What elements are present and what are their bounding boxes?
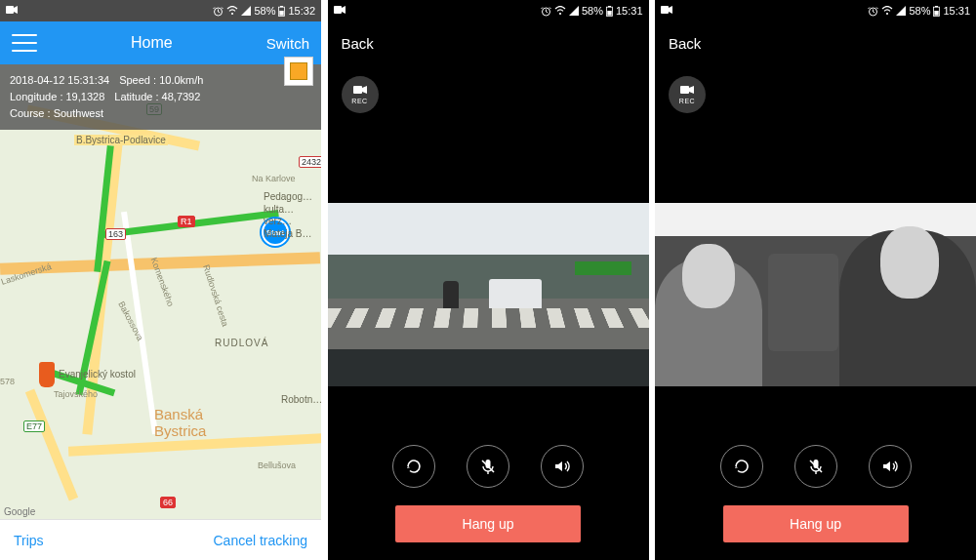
video-feed-front[interactable]	[328, 203, 649, 386]
android-status-bar: 58% 15:32	[0, 0, 321, 21]
label-pedagog: Pedagog… kulta… verz… Mateja B…	[264, 191, 312, 240]
wifi-icon	[881, 6, 893, 16]
info-speed: 10.0km/h	[159, 74, 203, 86]
signal-icon	[896, 6, 906, 16]
map-layers-button[interactable]	[284, 57, 313, 86]
battery-pct: 58%	[582, 5, 603, 17]
status-time: 15:31	[616, 5, 643, 17]
video-header: Back	[655, 21, 976, 64]
bottom-toolbar: Trips Cancel tracking	[0, 519, 321, 560]
label-rudlovska: Rudlovská cesta	[201, 263, 230, 328]
status-time: 15:31	[943, 5, 970, 17]
call-controls	[328, 445, 649, 488]
map-screen: 58% 15:32 Home Switch Start 163 R1 59 E7…	[0, 0, 321, 560]
road-shield-r1: R1	[178, 216, 195, 227]
label-city: Banská Bystrica	[154, 406, 206, 439]
video-screen-interior: 58% 15:31 Back REC Hang up	[655, 0, 976, 560]
label-tajovskeho: Tajovského	[54, 389, 98, 399]
wifi-icon	[226, 6, 238, 16]
mic-mute-button[interactable]	[794, 445, 837, 488]
svg-rect-12	[353, 86, 362, 94]
google-attribution: Google	[4, 506, 35, 517]
status-time: 15:32	[288, 5, 315, 17]
speaker-button[interactable]	[541, 445, 584, 488]
camcorder-icon	[334, 5, 346, 17]
video-header: Back	[328, 21, 649, 64]
label-bellusova: Bellušova	[258, 460, 296, 470]
battery-pct: 58%	[254, 5, 275, 17]
refresh-button[interactable]	[392, 445, 435, 488]
svg-rect-11	[607, 11, 611, 16]
page-title: Home	[131, 34, 173, 52]
trips-button[interactable]: Trips	[14, 533, 44, 548]
rec-label: REC	[351, 98, 367, 104]
camera-icon	[353, 85, 367, 97]
svg-rect-19	[935, 11, 939, 16]
svg-point-16	[886, 13, 888, 15]
car-marker[interactable]	[39, 362, 55, 387]
svg-point-8	[559, 13, 561, 15]
wifi-icon	[554, 6, 566, 16]
hang-up-button[interactable]: Hang up	[723, 505, 909, 542]
rec-label: REC	[679, 98, 695, 104]
road-shield-163: 163	[105, 228, 126, 240]
battery-icon	[933, 6, 940, 17]
battery-pct: 58%	[909, 5, 930, 17]
app-bar: Home Switch	[0, 21, 321, 64]
svg-point-2	[231, 13, 233, 15]
svg-rect-20	[680, 86, 689, 94]
label-evanjelicky: Evanjelický kostol	[59, 369, 136, 380]
road-shield-2432: 2432	[299, 156, 321, 168]
label-rudlova: RUDLOVÁ	[215, 338, 268, 348]
alarm-icon	[868, 6, 878, 17]
alarm-icon	[541, 6, 551, 17]
record-button[interactable]: REC	[342, 76, 379, 113]
battery-icon	[278, 6, 285, 17]
info-longitude: 19,1328	[66, 91, 105, 102]
svg-rect-14	[661, 6, 669, 14]
menu-icon[interactable]	[12, 34, 37, 52]
call-controls	[655, 445, 976, 488]
signal-icon	[569, 6, 579, 16]
switch-button[interactable]: Switch	[266, 35, 309, 52]
label-robotn: Robotn…	[281, 394, 321, 405]
map-canvas[interactable]: Start 163 R1 59 E77 66 2432 B.Bystrica-P…	[0, 64, 321, 519]
android-status-bar: 58% 15:31	[655, 0, 976, 21]
camcorder-icon	[6, 5, 18, 17]
road-shield-66: 66	[160, 497, 176, 508]
back-button[interactable]: Back	[342, 35, 374, 52]
svg-rect-6	[334, 6, 342, 14]
road-shield-e77: E77	[23, 420, 45, 432]
info-latitude: 48,7392	[162, 91, 201, 102]
speaker-button[interactable]	[869, 445, 912, 488]
video-screen-front: 58% 15:31 Back REC Hang up	[328, 0, 649, 560]
back-button[interactable]: Back	[669, 35, 701, 52]
battery-icon	[606, 6, 613, 17]
label-podlavice: B.Bystrica-Podlavice	[74, 135, 168, 145]
svg-rect-0	[6, 6, 14, 14]
info-course: Southwest	[54, 107, 103, 119]
android-status-bar: 58% 15:31	[328, 0, 649, 21]
label-na-karlove: Na Karlove	[252, 174, 296, 183]
signal-icon	[241, 6, 251, 16]
svg-rect-5	[280, 11, 284, 16]
cancel-tracking-button[interactable]: Cancel tracking	[214, 533, 308, 548]
label-elev578: 578	[0, 377, 15, 386]
alarm-icon	[213, 6, 224, 17]
camera-icon	[680, 85, 694, 97]
camcorder-icon	[661, 5, 672, 17]
info-timestamp: 2018-04-12 15:31:34	[10, 72, 109, 89]
tracking-info-overlay: 2018-04-12 15:31:34 Speed : 10.0km/h Lon…	[0, 64, 321, 130]
hang-up-button[interactable]: Hang up	[395, 505, 581, 542]
record-button[interactable]: REC	[669, 76, 706, 113]
refresh-button[interactable]	[720, 445, 763, 488]
mic-mute-button[interactable]	[467, 445, 509, 488]
video-feed-interior[interactable]	[655, 203, 976, 386]
